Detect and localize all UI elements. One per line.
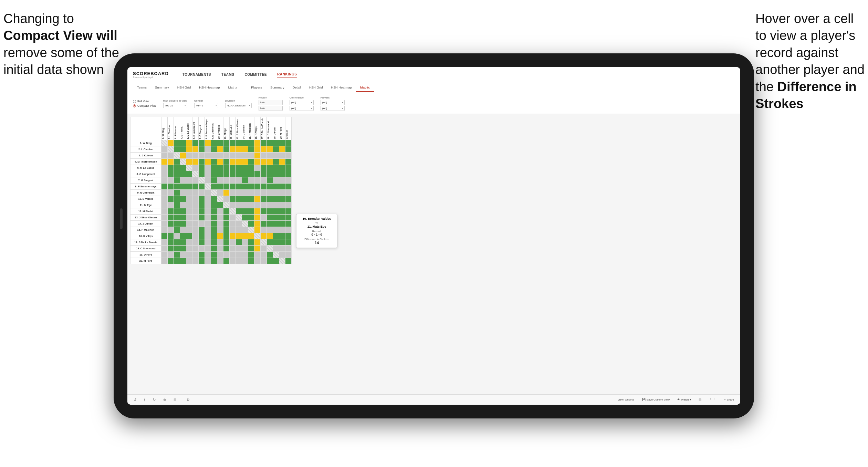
matrix-cell[interactable] xyxy=(174,140,180,146)
matrix-cell[interactable] xyxy=(261,146,267,153)
matrix-cell[interactable] xyxy=(230,177,236,184)
matrix-cell[interactable] xyxy=(223,171,230,177)
matrix-cell[interactable] xyxy=(217,202,223,208)
matrix-cell[interactable] xyxy=(285,227,292,233)
matrix-cell[interactable] xyxy=(205,239,211,246)
matrix-cell[interactable] xyxy=(242,258,248,264)
matrix-cell[interactable] xyxy=(273,239,279,246)
matrix-cell[interactable] xyxy=(168,215,174,221)
matrix-cell[interactable] xyxy=(230,233,236,239)
matrix-cell[interactable] xyxy=(180,208,186,215)
matrix-cell[interactable] xyxy=(199,146,205,153)
matrix-cell[interactable] xyxy=(205,177,211,184)
matrix-cell[interactable] xyxy=(267,221,273,227)
matrix-cell[interactable] xyxy=(236,171,242,177)
matrix-cell[interactable] xyxy=(248,153,254,159)
matrix-cell[interactable] xyxy=(186,184,192,190)
matrix-cell[interactable] xyxy=(192,196,199,202)
matrix-cell[interactable] xyxy=(211,227,217,233)
players-select2[interactable]: (All) xyxy=(321,106,345,111)
matrix-cell[interactable] xyxy=(192,246,199,252)
matrix-cell[interactable] xyxy=(230,153,236,159)
zoom-controls[interactable]: ⊞ – xyxy=(171,397,181,402)
matrix-cell[interactable] xyxy=(211,146,217,153)
matrix-cell[interactable] xyxy=(205,171,211,177)
matrix-cell[interactable] xyxy=(285,215,292,221)
matrix-cell[interactable] xyxy=(211,252,217,258)
matrix-cell[interactable] xyxy=(186,196,192,202)
matrix-cell[interactable] xyxy=(279,208,285,215)
matrix-cell[interactable] xyxy=(192,171,199,177)
matrix-cell[interactable] xyxy=(254,208,261,215)
matrix-cell[interactable] xyxy=(211,246,217,252)
matrix-cell[interactable] xyxy=(223,165,230,171)
matrix-cell[interactable] xyxy=(211,153,217,159)
matrix-cell[interactable] xyxy=(285,252,292,258)
matrix-cell[interactable] xyxy=(273,177,279,184)
matrix-cell[interactable] xyxy=(192,140,199,146)
matrix-cell[interactable] xyxy=(285,177,292,184)
matrix-cell[interactable] xyxy=(168,221,174,227)
matrix-cell[interactable] xyxy=(236,184,242,190)
matrix-cell[interactable] xyxy=(254,159,261,165)
matrix-cell[interactable] xyxy=(267,239,273,246)
matrix-cell[interactable] xyxy=(236,190,242,196)
matrix-cell[interactable] xyxy=(267,171,273,177)
matrix-cell[interactable] xyxy=(279,165,285,171)
sub-tab-h2h-heatmap2[interactable]: H2H Heatmap xyxy=(327,83,356,92)
matrix-cell[interactable] xyxy=(248,239,254,246)
matrix-cell[interactable] xyxy=(217,159,223,165)
matrix-cell[interactable] xyxy=(236,221,242,227)
matrix-cell[interactable] xyxy=(261,258,267,264)
matrix-cell[interactable] xyxy=(186,252,192,258)
matrix-cell[interactable] xyxy=(236,177,242,184)
matrix-cell[interactable] xyxy=(168,184,174,190)
matrix-cell[interactable] xyxy=(223,140,230,146)
matrix-cell[interactable] xyxy=(267,202,273,208)
matrix-cell[interactable] xyxy=(211,221,217,227)
matrix-cell[interactable] xyxy=(285,190,292,196)
matrix-cell[interactable] xyxy=(242,190,248,196)
matrix-cell[interactable] xyxy=(161,190,168,196)
matrix-cell[interactable] xyxy=(223,190,230,196)
matrix-cell[interactable] xyxy=(273,196,279,202)
matrix-cell[interactable] xyxy=(279,252,285,258)
matrix-cell[interactable] xyxy=(285,208,292,215)
matrix-cell[interactable] xyxy=(161,221,168,227)
matrix-cell[interactable] xyxy=(242,153,248,159)
matrix-cell[interactable] xyxy=(261,227,267,233)
matrix-cell[interactable] xyxy=(180,258,186,264)
matrix-cell[interactable] xyxy=(161,165,168,171)
matrix-cell[interactable] xyxy=(236,153,242,159)
sub-tab-matrix2[interactable]: Matrix xyxy=(356,83,374,92)
matrix-cell[interactable] xyxy=(261,215,267,221)
matrix-cell[interactable] xyxy=(211,177,217,184)
matrix-cell[interactable] xyxy=(168,165,174,171)
matrix-cell[interactable] xyxy=(211,258,217,264)
conference-select2[interactable]: (All) xyxy=(290,106,314,111)
matrix-cell[interactable] xyxy=(161,159,168,165)
matrix-cell[interactable] xyxy=(267,215,273,221)
matrix-cell[interactable] xyxy=(199,202,205,208)
matrix-cell[interactable] xyxy=(273,202,279,208)
matrix-cell[interactable] xyxy=(180,215,186,221)
matrix-cell[interactable] xyxy=(261,140,267,146)
matrix-cell[interactable] xyxy=(186,239,192,246)
matrix-cell[interactable] xyxy=(267,258,273,264)
matrix-cell[interactable] xyxy=(248,165,254,171)
sub-tab-h2h-grid2[interactable]: H2H Grid xyxy=(305,83,327,92)
matrix-cell[interactable] xyxy=(168,233,174,239)
matrix-cell[interactable] xyxy=(199,196,205,202)
matrix-cell[interactable] xyxy=(230,184,236,190)
matrix-cell[interactable] xyxy=(254,184,261,190)
matrix-cell[interactable] xyxy=(273,146,279,153)
matrix-cell[interactable] xyxy=(199,252,205,258)
view-original-button[interactable]: View: Original xyxy=(615,397,636,402)
matrix-cell[interactable] xyxy=(192,146,199,153)
matrix-cell[interactable] xyxy=(248,208,254,215)
matrix-cell[interactable] xyxy=(199,159,205,165)
matrix-cell[interactable] xyxy=(273,153,279,159)
matrix-cell[interactable] xyxy=(254,177,261,184)
matrix-cell[interactable] xyxy=(186,146,192,153)
matrix-cell[interactable] xyxy=(285,153,292,159)
